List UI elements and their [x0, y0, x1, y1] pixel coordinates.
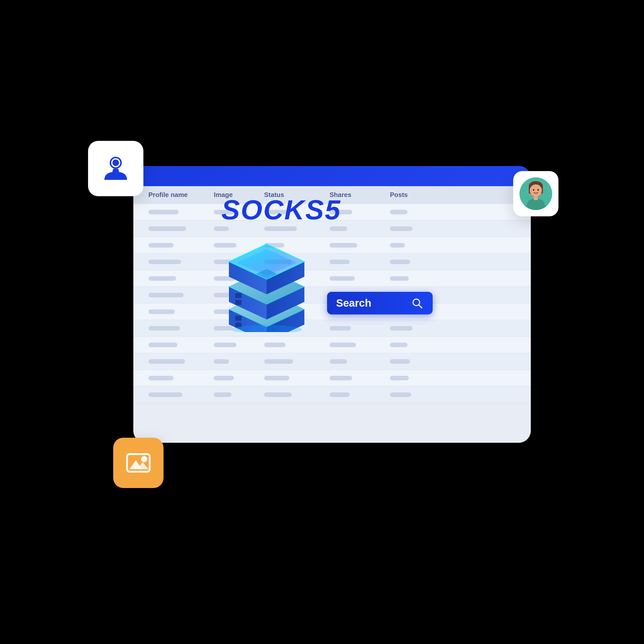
table-cell: [330, 210, 390, 214]
table-cell: [330, 376, 390, 380]
col-status: Status: [264, 191, 330, 199]
skeleton-bar: [390, 343, 408, 347]
skeleton-bar: [148, 226, 186, 231]
skeleton-bar: [148, 343, 177, 347]
svg-rect-10: [235, 293, 241, 298]
svg-rect-11: [235, 300, 241, 305]
table-cell: [214, 376, 264, 380]
table-cell: [148, 276, 214, 281]
svg-point-34: [141, 456, 147, 462]
svg-point-22: [112, 159, 119, 166]
col-profile-name: Profile name: [148, 191, 214, 199]
skeleton-bar: [148, 359, 185, 364]
skeleton-bar: [148, 276, 176, 281]
skeleton-bar: [148, 392, 182, 397]
table-cell: [390, 210, 440, 214]
skeleton-bar: [264, 343, 286, 347]
table-cell: [264, 392, 330, 397]
user-icon-card: [88, 141, 143, 196]
skeleton-bar: [264, 359, 293, 364]
table-row: [133, 370, 531, 386]
table-row: [133, 386, 531, 403]
table-cell: [390, 392, 440, 397]
skeleton-bar: [214, 226, 229, 231]
table-cell: [390, 226, 440, 231]
table-row: [133, 337, 531, 353]
table-row: [133, 220, 531, 237]
skeleton-bar: [390, 226, 413, 231]
search-label: Search: [336, 297, 371, 309]
table-cell: [148, 309, 214, 314]
table-cell: [264, 343, 330, 347]
avatar-card: [513, 171, 558, 216]
table-cell: [148, 226, 214, 231]
skeleton-bar: [148, 309, 175, 314]
table-cell: [390, 343, 440, 347]
table-cell: [330, 226, 390, 231]
table-cell: [390, 359, 440, 364]
svg-point-27: [530, 184, 542, 196]
table-cell: [148, 392, 214, 397]
svg-point-28: [533, 189, 534, 191]
skeleton-bar: [390, 210, 408, 214]
table-cell: [214, 392, 264, 397]
svg-rect-30: [534, 195, 538, 200]
table-row: [133, 270, 531, 287]
skeleton-bar: [390, 359, 410, 364]
table-row: [133, 353, 531, 370]
table-row: [133, 237, 531, 254]
svg-line-19: [419, 305, 422, 308]
skeleton-bar: [390, 276, 409, 281]
table-cell: [264, 210, 330, 214]
table-cell: [148, 359, 214, 364]
col-posts: Posts: [390, 191, 440, 199]
table-cell: [390, 326, 440, 331]
table-cell: [148, 376, 214, 380]
skeleton-bar: [148, 210, 179, 214]
skeleton-bar: [330, 210, 352, 214]
table-cell: [214, 343, 264, 347]
table-row: [133, 320, 531, 337]
skeleton-bar: [390, 392, 411, 397]
skeleton-bar: [330, 376, 352, 380]
skeleton-bar: [148, 293, 184, 297]
skeleton-bar: [330, 276, 355, 281]
table-cell: [264, 376, 330, 380]
skeleton-bar: [330, 392, 350, 397]
search-button[interactable]: Search: [327, 292, 433, 314]
svg-rect-4: [235, 316, 241, 321]
skeleton-bar: [264, 226, 297, 231]
skeleton-bar: [148, 326, 180, 331]
skeleton-bar: [330, 243, 357, 248]
table-row: [133, 204, 531, 220]
skeleton-bar: [214, 392, 231, 397]
search-icon: [411, 297, 424, 310]
table-cell: [390, 276, 440, 281]
table-header: Profile name Image Status Shares Posts: [133, 186, 531, 204]
table-cell: [330, 276, 390, 281]
skeleton-bar: [214, 359, 229, 364]
table-cell: [148, 326, 214, 331]
skeleton-bar: [390, 326, 413, 331]
table-cell: [148, 210, 214, 214]
table-cell: [148, 293, 214, 297]
table-cell: [148, 260, 214, 264]
scene: Profile name Image Status Shares Posts S…: [83, 121, 561, 523]
table-cell: [390, 376, 440, 380]
svg-point-29: [537, 189, 539, 191]
table-cell: [330, 260, 390, 264]
table-row: [133, 254, 531, 270]
table-cell: [390, 243, 440, 248]
skeleton-bar: [330, 343, 356, 347]
table-cell: [214, 359, 264, 364]
table-cell: [330, 326, 390, 331]
skeleton-bar: [148, 243, 174, 248]
table-cell: [264, 226, 330, 231]
skeleton-bar: [148, 260, 181, 264]
table-cell: [390, 260, 440, 264]
skeleton-bar: [330, 326, 351, 331]
skeleton-bar: [214, 210, 234, 214]
table-cell: [330, 343, 390, 347]
table-cell: [330, 359, 390, 364]
table-cell: [148, 343, 214, 347]
